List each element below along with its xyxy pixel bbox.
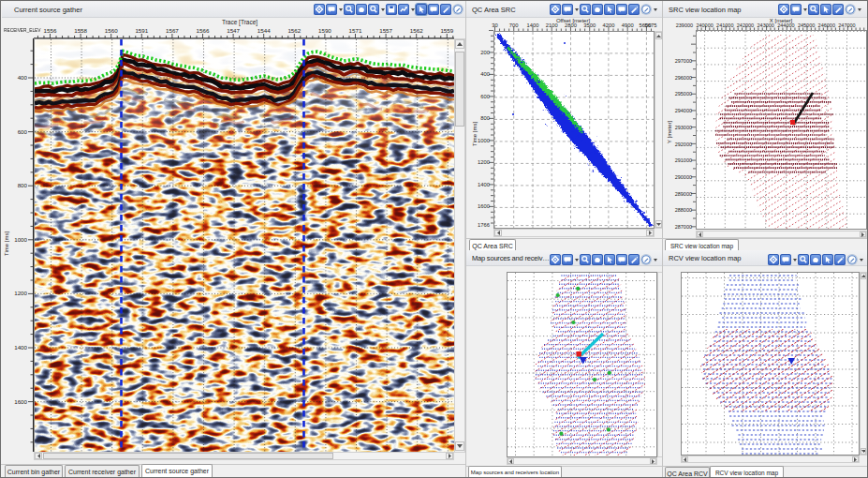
svg-text:1559: 1559 xyxy=(440,27,453,34)
svg-text:1556: 1556 xyxy=(44,27,57,34)
svg-text:239000: 239000 xyxy=(676,22,693,28)
svg-text:400: 400 xyxy=(480,71,490,77)
svg-text:290000: 290000 xyxy=(675,174,692,180)
svg-text:200: 200 xyxy=(480,50,490,55)
svg-text:291000: 291000 xyxy=(675,157,692,163)
svg-text:292000: 292000 xyxy=(675,142,692,147)
svg-text:288000: 288000 xyxy=(675,207,692,213)
svg-text:297000: 297000 xyxy=(675,58,692,64)
svg-text:400: 400 xyxy=(18,74,28,81)
svg-text:1557: 1557 xyxy=(379,27,392,34)
svg-text:1562: 1562 xyxy=(287,27,301,34)
svg-text:1400: 1400 xyxy=(478,182,490,187)
svg-text:1000: 1000 xyxy=(14,236,27,243)
svg-text:800: 800 xyxy=(480,115,490,121)
svg-text:1567: 1567 xyxy=(166,27,179,34)
svg-text:1560: 1560 xyxy=(105,27,118,34)
svg-text:1547: 1547 xyxy=(227,27,240,34)
svg-text:1591: 1591 xyxy=(135,27,148,34)
svg-text:1562: 1562 xyxy=(410,27,423,34)
svg-text:296000: 296000 xyxy=(675,75,692,81)
svg-text:1766: 1766 xyxy=(478,222,490,228)
svg-text:1600: 1600 xyxy=(478,203,490,209)
svg-text:600: 600 xyxy=(18,128,28,135)
svg-text:1571: 1571 xyxy=(349,27,362,34)
svg-text:289000: 289000 xyxy=(675,191,692,197)
svg-text:1558: 1558 xyxy=(74,27,87,34)
svg-text:800: 800 xyxy=(18,182,28,188)
svg-text:1590: 1590 xyxy=(318,27,331,34)
svg-text:1400: 1400 xyxy=(14,344,27,351)
svg-text:287000: 287000 xyxy=(675,224,692,230)
svg-text:294000: 294000 xyxy=(675,108,692,113)
svg-text:1200: 1200 xyxy=(14,290,27,296)
svg-text:600: 600 xyxy=(480,94,490,99)
svg-text:1566: 1566 xyxy=(197,27,210,34)
svg-text:1600: 1600 xyxy=(14,398,27,405)
svg-text:1200: 1200 xyxy=(478,159,490,165)
svg-text:1000: 1000 xyxy=(478,138,490,143)
svg-text:1544: 1544 xyxy=(257,27,271,34)
svg-text:295000: 295000 xyxy=(675,91,692,97)
svg-text:293000: 293000 xyxy=(675,125,692,130)
